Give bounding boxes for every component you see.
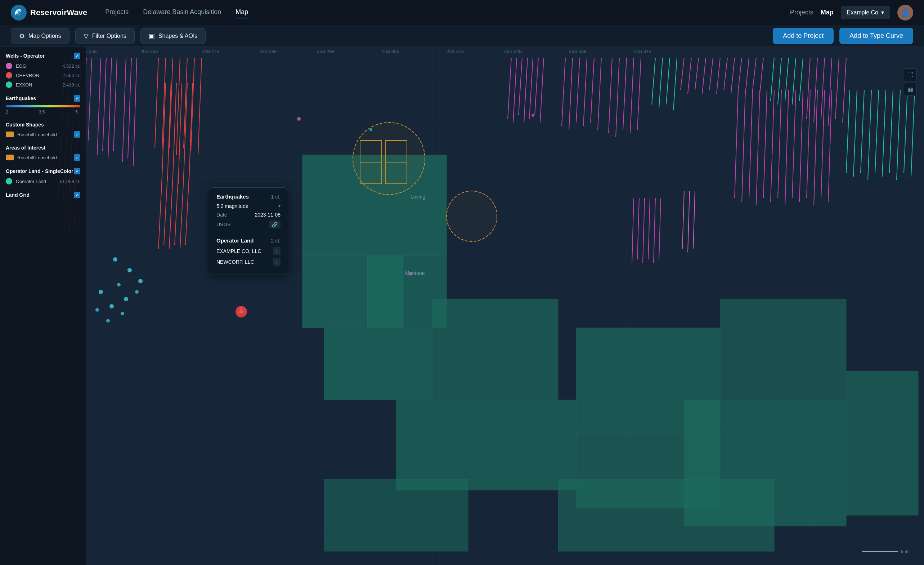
legend-panel: Wells - Operator ✓ EOG 4,532 ct. CHEVRON… xyxy=(0,47,86,565)
legend-earthquakes-section: Earthquakes ✓ 2 3.5 5+ xyxy=(6,95,80,114)
grid-label-5: 26S 29E xyxy=(317,49,335,54)
grid-label-8: 26S 32E xyxy=(504,49,522,54)
legend-land-grid-section: Land Grid ✓ xyxy=(6,192,80,198)
grid-label-2: 26S 26E xyxy=(140,49,159,54)
map-popup: Earthquakes 1 ct. 5.2 magnitude ▾ Date 2… xyxy=(209,187,288,275)
add-to-type-curve-button[interactable]: Add to Type Curve xyxy=(839,28,913,44)
popup-operator-land-title: Operator Land xyxy=(216,237,254,243)
legend-item-chevron: CHEVRON 2,654 ct. xyxy=(6,72,80,78)
map-controls: ⛶ ▦ xyxy=(904,68,917,96)
map-options-button[interactable]: ⚙ Map Options xyxy=(11,28,69,44)
popup-company2-arrow[interactable]: › xyxy=(273,258,280,266)
filter-icon: ▽ xyxy=(84,32,88,40)
shapes-icon: ▣ xyxy=(149,32,155,40)
popup-date-value: 2023-11-08 xyxy=(255,212,280,218)
legend-earthquakes-title: Earthquakes ✓ xyxy=(6,95,80,102)
legend-item-eog: EOG 4,532 ct. xyxy=(6,63,80,69)
map-ctrl-grid[interactable]: ▦ xyxy=(904,83,917,96)
map-background xyxy=(0,47,924,565)
exxon-color-dot xyxy=(6,81,12,88)
popup-source-link[interactable]: 🔗 xyxy=(268,221,280,228)
legend-item-rosehill-shape: Rosehill Leasehold ✓ xyxy=(6,131,80,138)
popup-earthquakes-header: Earthquakes 1 ct. xyxy=(216,194,280,200)
company-select[interactable]: Example Co ▾ xyxy=(841,6,890,19)
shapes-aois-button[interactable]: ▣ Shapes & AOIs xyxy=(140,28,206,44)
nav-right-projects[interactable]: Projects xyxy=(790,9,813,16)
toolbar: ⚙ Map Options ▽ Filter Options ▣ Shapes … xyxy=(0,25,924,47)
operator-land-color xyxy=(6,178,12,185)
nav-right-map[interactable]: Map xyxy=(820,9,834,16)
legend-item-rosehill-aoi: Rosehill Leasehold ✓ xyxy=(6,154,80,161)
nav-link-map[interactable]: Map xyxy=(236,6,248,18)
rosehill-aoi-checkbox[interactable]: ✓ xyxy=(74,154,80,161)
grid-label-4: 26S 28E xyxy=(259,49,277,54)
popup-company1-label: EXAMPLE CO, LLC xyxy=(216,248,261,254)
popup-divider xyxy=(216,233,280,233)
slider-labels: 2 3.5 5+ xyxy=(6,110,80,114)
avatar: 👤 xyxy=(897,5,913,21)
earthquake-slider[interactable]: 2 3.5 5+ xyxy=(6,105,80,114)
grid-label-6: 26S 30E xyxy=(382,49,400,54)
legend-land-grid-title: Land Grid ✓ xyxy=(6,192,80,198)
legend-operator-land-title: Operator Land - SingleColor ✓ xyxy=(6,168,80,174)
toolbar-right: Add to Project Add to Type Curve xyxy=(773,28,913,44)
popup-magnitude-row: 5.2 magnitude ▾ xyxy=(216,203,280,209)
popup-date-label: Date xyxy=(216,212,227,218)
popup-company2-label: NEWCORP, LLC xyxy=(216,259,254,265)
slider-track xyxy=(6,105,80,107)
operator-land-checkbox[interactable]: ✓ xyxy=(74,168,80,174)
scale-bar: 5 mi xyxy=(862,549,910,554)
earthquakes-checkbox[interactable]: ✓ xyxy=(74,95,80,102)
popup-company2-row: NEWCORP, LLC › xyxy=(216,258,280,266)
grid-label-7: 26S 31E xyxy=(447,49,465,54)
popup-date-row: Date 2023-11-08 xyxy=(216,212,280,218)
popup-operator-land-count: 2 ct. xyxy=(271,238,280,243)
legend-custom-shapes-title: Custom Shapes xyxy=(6,122,80,128)
legend-wells-section: Wells - Operator ✓ EOG 4,532 ct. CHEVRON… xyxy=(6,53,80,88)
popup-company1-row: EXAMPLE CO, LLC › xyxy=(216,247,280,255)
popup-source-row: USGS 🔗 xyxy=(216,221,280,228)
nav-link-projects[interactable]: Projects xyxy=(105,6,129,18)
add-to-project-button[interactable]: Add to Project xyxy=(773,28,834,44)
popup-company1-arrow[interactable]: › xyxy=(273,247,280,255)
scale-line xyxy=(862,551,898,552)
map-container[interactable]: ♦ 26S 24E 26S 25E 26S 26E 26S 27E 26S 28… xyxy=(0,47,924,565)
legend-aoi-title: Areas of Interest xyxy=(6,145,80,150)
popup-operator-land-header: Operator Land 2 ct. xyxy=(216,237,280,243)
nav-link-acquisition[interactable]: Delaware Basin Acquisition xyxy=(143,6,221,18)
grid-label-3: 26S 27E xyxy=(202,49,220,54)
map-ctrl-expand[interactable]: ⛶ xyxy=(904,68,917,81)
popup-magnitude-dropdown[interactable]: ▾ xyxy=(278,204,280,209)
chevron-color-dot xyxy=(6,72,12,78)
popup-magnitude-value: 5.2 magnitude xyxy=(216,203,249,209)
wells-checkbox[interactable]: ✓ xyxy=(74,53,80,59)
legend-item-operator-land: Operator Land 51,058 ct. xyxy=(6,178,80,185)
legend-aoi-section: Areas of Interest Rosehill Leasehold ✓ xyxy=(6,145,80,161)
popup-earthquakes-title: Earthquakes xyxy=(216,194,249,200)
logo-text: ReservoirWave xyxy=(30,8,87,17)
rosehill-shape-checkbox[interactable]: ✓ xyxy=(74,131,80,138)
grid-label-9: 26S 33E xyxy=(569,49,587,54)
rosehill-aoi-color xyxy=(6,155,14,160)
nav-links: Projects Delaware Basin Acquisition Map xyxy=(105,6,790,18)
legend-item-exxon: EXXON 2,419 ct. xyxy=(6,81,80,88)
navbar: 🌊 ReservoirWave Projects Delaware Basin … xyxy=(0,0,924,25)
nav-right: Projects Map Example Co ▾ 👤 xyxy=(790,5,913,21)
grid-label-10: 26S 34E xyxy=(634,49,652,54)
logo-icon: 🌊 xyxy=(11,5,27,21)
popup-earthquakes-count: 1 ct. xyxy=(271,194,280,200)
rosehill-shape-color xyxy=(6,132,14,137)
land-grid-checkbox[interactable]: ✓ xyxy=(74,192,80,198)
eog-color-dot xyxy=(6,63,12,69)
gear-icon: ⚙ xyxy=(19,32,25,40)
legend-custom-shapes-section: Custom Shapes Rosehill Leasehold ✓ xyxy=(6,122,80,138)
popup-source-label: USGS xyxy=(216,222,231,227)
scale-label: 5 mi xyxy=(901,549,910,554)
legend-wells-title: Wells - Operator ✓ xyxy=(6,53,80,59)
logo: 🌊 ReservoirWave xyxy=(11,5,87,21)
legend-operator-land-section: Operator Land - SingleColor ✓ Operator L… xyxy=(6,168,80,185)
filter-options-button[interactable]: ▽ Filter Options xyxy=(75,28,135,44)
